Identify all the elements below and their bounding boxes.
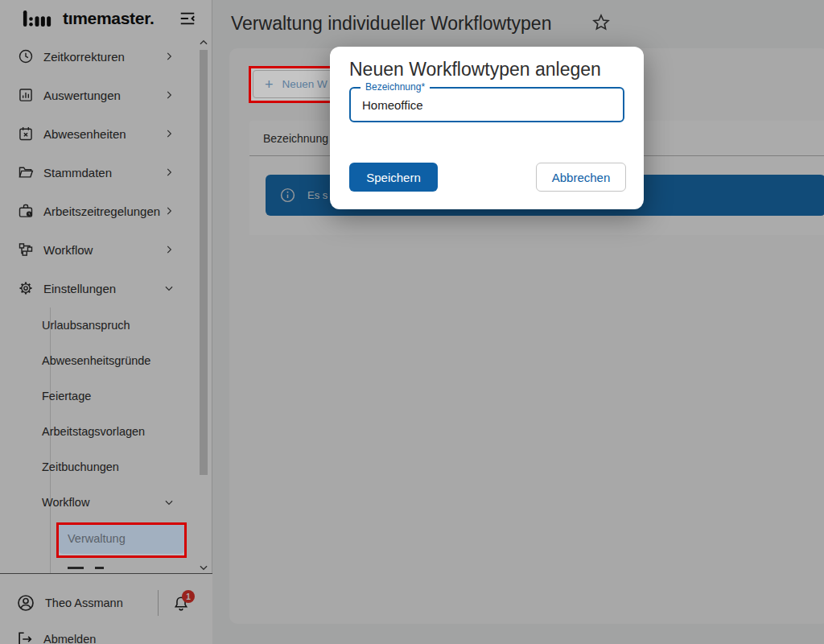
create-workflowtype-dialog: Neuen Workflowtypen anlegen Bezeichnung*…	[330, 47, 644, 209]
annotation-box-verwaltung	[56, 522, 187, 558]
save-button[interactable]: Speichern	[349, 163, 438, 192]
bezeichnung-field-wrap: Bezeichnung*	[349, 87, 624, 122]
cancel-button[interactable]: Abbrechen	[536, 163, 626, 192]
app-window: tımemaster. Zeitkorrekturen Auswertungen…	[0, 0, 824, 644]
bezeichnung-input[interactable]	[351, 89, 623, 121]
dialog-title: Neuen Workflowtypen anlegen	[349, 59, 601, 80]
